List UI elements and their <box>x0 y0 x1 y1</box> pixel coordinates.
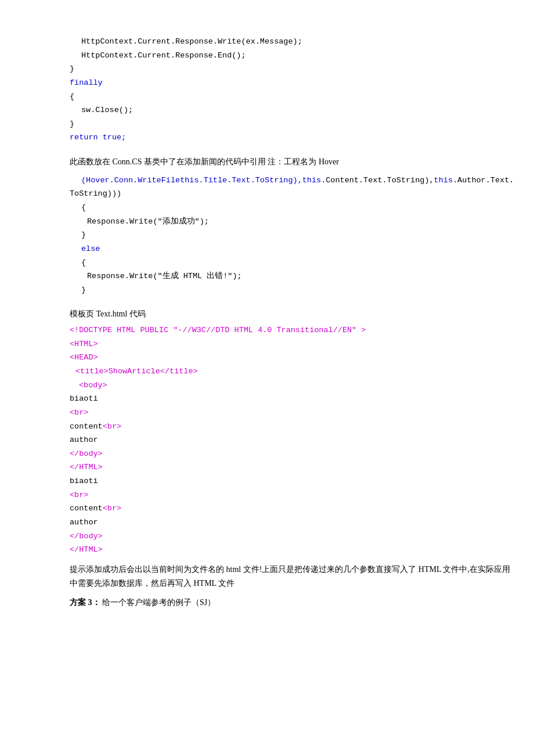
code-line-brace-open2: { <box>70 256 511 270</box>
code-line-brace-open: { <box>70 201 511 215</box>
content-text-2: content <box>70 504 103 513</box>
html-open: <HTML> <box>70 337 511 351</box>
code-line-return: return true; <box>70 131 511 145</box>
doctype-text: <!DOCTYPE HTML PUBLIC "-//W3C//DTD HTML … <box>70 326 366 334</box>
code-line-response-success: Response.Write("添加成功"); <box>70 215 511 229</box>
code-text: HttpContext.Current.Response.End(); <box>81 51 246 60</box>
code-line: } <box>70 117 511 131</box>
html-close-text: </HTML> <box>70 463 103 471</box>
code-line: { <box>70 90 511 104</box>
description-1: 此函数放在 Conn.CS 基类中了在添加新闻的代码中引用 注：工程名为 Hov… <box>70 155 511 169</box>
code-text: Response.Write("生成 HTML 出错!"); <box>87 272 242 280</box>
html-open-text: <HTML> <box>70 340 98 348</box>
desc4-text: 给一个客户端参考的例子（SJ） <box>102 598 215 607</box>
biaoti-text-2: biaoti <box>70 477 98 485</box>
br-inline: <br> <box>103 422 121 431</box>
author-line-2: author <box>70 516 511 530</box>
code-line-response-error: Response.Write("生成 HTML 出错!"); <box>70 269 511 283</box>
code-text: } <box>70 120 74 128</box>
code-text: { <box>81 203 86 212</box>
keyword-this2: this <box>434 176 453 185</box>
head-open: <HEAD> <box>70 351 511 365</box>
author-text-2: author <box>70 518 98 527</box>
body-close: </body> <box>70 447 511 461</box>
biaoti-line: biaoti <box>70 392 511 406</box>
code-text: } <box>70 64 74 73</box>
br-text-2: <br> <box>70 491 88 499</box>
keyword-else: else <box>81 244 100 253</box>
code-line: sw.Close(); <box>70 103 511 117</box>
keyword-finally: finally <box>70 78 103 87</box>
content-line-2: content<br> <box>70 502 511 516</box>
author-text: author <box>70 435 98 444</box>
code-section-1: HttpContext.Current.Response.Write(ex.Me… <box>70 35 511 145</box>
code-text: } <box>81 286 86 294</box>
code-line-tostring: ToString))) <box>70 187 511 201</box>
body-close-text: </body> <box>70 449 103 458</box>
br-text-1: <br> <box>70 408 88 417</box>
content-text: content <box>70 422 103 431</box>
code-text: { <box>70 92 74 101</box>
keyword-if: (Hover.Conn.WriteFilethis.Title.Text.ToS… <box>81 176 302 185</box>
content-line: content<br> <box>70 420 511 434</box>
br-line-2: <br> <box>70 488 511 502</box>
body-close-2: </body> <box>70 530 511 543</box>
code-text: sw.Close(); <box>81 106 133 114</box>
html-close-text-2: </HTML> <box>70 545 103 554</box>
br-line-1: <br> <box>70 406 511 420</box>
body-close-text-2: </body> <box>70 532 103 541</box>
html-close: </HTML> <box>70 460 511 474</box>
code-line-brace-close: } <box>70 228 511 242</box>
description-4: 方案 3： 给一个客户端参考的例子（SJ） <box>70 596 511 610</box>
body-open-text: <body> <box>79 381 107 390</box>
code-text: .Author.Text. <box>453 176 514 185</box>
code-text: ToString))) <box>70 189 121 198</box>
code-text: HttpContext.Current.Response.Write(ex.Me… <box>81 37 302 46</box>
body-open: <body> <box>70 379 511 393</box>
code-section-2: (Hover.Conn.WriteFilethis.Title.Text.ToS… <box>70 174 511 297</box>
keyword-return: return true; <box>70 133 126 142</box>
doctype-line: <!DOCTYPE HTML PUBLIC "-//W3C//DTD HTML … <box>70 323 511 337</box>
biaoti-text: biaoti <box>70 394 98 403</box>
description-2: 模板页 Text.html 代码 <box>70 307 511 321</box>
head-open-text: <HEAD> <box>70 353 98 362</box>
code-line-else: else <box>70 242 511 256</box>
title-text: <title>ShowArticle</title> <box>75 367 198 376</box>
title-line: <title>ShowArticle</title> <box>70 365 511 379</box>
code-text: { <box>81 258 86 267</box>
code-text: } <box>81 231 86 239</box>
code-text: .Content.Text.ToString), <box>321 176 434 185</box>
biaoti-line-2: biaoti <box>70 474 511 488</box>
code-line: } <box>70 62 511 76</box>
br-inline-2: <br> <box>103 504 121 513</box>
html-template-section: <!DOCTYPE HTML PUBLIC "-//W3C//DTD HTML … <box>70 323 511 557</box>
keyword-this1: this <box>302 176 321 185</box>
code-line: HttpContext.Current.Response.End(); <box>70 49 511 63</box>
code-line-if: (Hover.Conn.WriteFilethis.Title.Text.ToS… <box>70 174 511 188</box>
author-line: author <box>70 433 511 447</box>
description-3: 提示添加成功后会出以当前时间为文件名的 html 文件!上面只是把传递过来的几个… <box>70 563 511 591</box>
code-line-brace-close2: } <box>70 283 511 297</box>
code-line-finally: finally <box>70 76 511 90</box>
desc4-bold: 方案 3： <box>70 598 100 607</box>
html-close-2: </HTML> <box>70 543 511 557</box>
code-text: Response.Write("添加成功"); <box>87 217 209 226</box>
code-line: HttpContext.Current.Response.Write(ex.Me… <box>70 35 511 49</box>
